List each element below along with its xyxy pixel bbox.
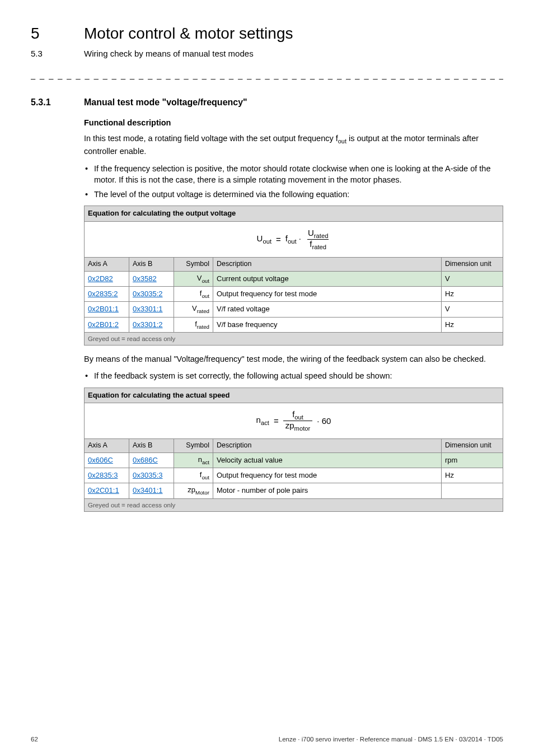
chapter-header: 5 Motor control & motor settings 5.3 Wir… <box>31 22 503 59</box>
footer-info: Lenze · i700 servo inverter · Reference … <box>279 735 503 744</box>
equation-cell: nact = fout zpmotor · 60 <box>85 403 503 439</box>
table-footnote: Greyed out = read access only <box>85 498 503 511</box>
param-link[interactable]: 0x2D82 <box>88 274 113 283</box>
text: In this test mode, a rotating field volt… <box>84 134 338 143</box>
functional-description-label: Functional description <box>84 117 503 128</box>
unit: V <box>442 271 503 286</box>
param-link[interactable]: 0x3401:1 <box>133 486 163 494</box>
divider: _ _ _ _ _ _ _ _ _ _ _ _ _ _ _ _ _ _ _ _ … <box>31 69 503 81</box>
eq-lhs: Uout <box>257 232 271 246</box>
col-header: Dimension unit <box>442 258 503 272</box>
eq-lhs: nact <box>256 414 269 428</box>
symbol: frated <box>174 317 213 332</box>
table-row: 0x606C 0x686C nact Velocity actual value… <box>85 452 503 468</box>
param-link[interactable]: 0x3301:2 <box>133 320 163 329</box>
subsection-number: 5.3.1 <box>31 96 84 109</box>
param-link[interactable]: 0x686C <box>133 456 158 464</box>
param-link[interactable]: 0x3301:1 <box>133 305 163 313</box>
eq-fraction: fout zpmotor <box>283 410 313 432</box>
param-link[interactable]: 0x2C01:1 <box>88 486 119 494</box>
param-link[interactable]: 0x2B01:2 <box>88 320 119 329</box>
unit: Hz <box>442 287 503 302</box>
table-title: Equation for calculating the actual spee… <box>85 388 503 403</box>
symbol: fout <box>174 468 213 483</box>
list-item: The level of the output voltage is deter… <box>94 189 503 200</box>
table-row: 0x2835:2 0x3035:2 fout Output frequency … <box>85 287 503 302</box>
eq-tail: · 60 <box>317 415 331 427</box>
list-item: If the feedback system is set correctly,… <box>94 370 503 381</box>
table-row: 0x2B01:1 0x3301:1 Vrated V/f rated volta… <box>85 302 503 317</box>
symbol: nact <box>174 452 213 468</box>
equation-table-speed: Equation for calculating the actual spee… <box>84 388 503 512</box>
unit: Hz <box>442 317 503 332</box>
desc: Velocity actual value <box>213 452 442 468</box>
col-header: Axis B <box>129 439 174 453</box>
param-link[interactable]: 0x3035:2 <box>133 290 163 298</box>
eq-mid: fout · <box>285 232 301 246</box>
table-row: 0x2B01:2 0x3301:2 frated V/f base freque… <box>85 317 503 332</box>
equation-table-voltage: Equation for calculating the output volt… <box>84 206 503 345</box>
desc: Output frequency for test mode <box>213 468 442 483</box>
param-link[interactable]: 0x3582 <box>133 274 157 283</box>
col-header: Symbol <box>174 439 213 453</box>
mid-paragraph: By means of the manual "Voltage/frequenc… <box>84 353 503 365</box>
eq-op: = <box>276 234 281 245</box>
col-header: Description <box>213 439 442 453</box>
col-header: Axis A <box>85 258 129 272</box>
chapter-number: 5 <box>31 22 84 44</box>
eq-num: Urated <box>306 228 331 239</box>
unit <box>442 483 503 498</box>
page-footer: 62 Lenze · i700 servo inverter · Referen… <box>31 735 503 744</box>
col-header: Symbol <box>174 258 213 272</box>
eq-num: fout <box>290 410 306 421</box>
eq-op: = <box>274 415 279 427</box>
param-link[interactable]: 0x2835:3 <box>88 471 118 479</box>
table-row: 0x2D82 0x3582 Vout Current output voltag… <box>85 271 503 286</box>
desc: Current output voltage <box>213 271 442 286</box>
intro-paragraph: In this test mode, a rotating field volt… <box>84 133 503 157</box>
section-number: 5.3 <box>31 48 84 59</box>
eq-fraction: Urated frated <box>306 228 331 251</box>
symbol: Vout <box>174 271 213 286</box>
param-link[interactable]: 0x2B01:1 <box>88 305 119 313</box>
col-header: Dimension unit <box>442 439 503 453</box>
unit: rpm <box>442 452 503 468</box>
text: out <box>338 138 346 144</box>
col-header: Description <box>213 258 442 272</box>
eq-den: frated <box>307 239 329 250</box>
section-title: Wiring check by means of manual test mod… <box>84 48 254 59</box>
subsection-header: 5.3.1 Manual test mode "voltage/frequenc… <box>31 96 503 109</box>
desc: Motor - number of pole pairs <box>213 483 442 498</box>
bullet-list: If the feedback system is set correctly,… <box>84 370 503 381</box>
table-title: Equation for calculating the output volt… <box>85 206 503 221</box>
col-header: Axis A <box>85 439 129 453</box>
table-row: 0x2C01:1 0x3401:1 zpMotor Motor - number… <box>85 483 503 498</box>
unit: V <box>442 302 503 317</box>
bullet-list: If the frequency selection is positive, … <box>84 163 503 200</box>
param-link[interactable]: 0x2835:2 <box>88 290 118 298</box>
symbol: zpMotor <box>174 483 213 498</box>
table-footnote: Greyed out = read access only <box>85 332 503 345</box>
param-link[interactable]: 0x3035:3 <box>133 471 163 479</box>
equation-cell: Uout = fout · Urated frated <box>85 221 503 258</box>
desc: Output frequency for test mode <box>213 287 442 302</box>
col-header: Axis B <box>129 258 174 272</box>
table-row: 0x2835:3 0x3035:3 fout Output frequency … <box>85 468 503 483</box>
unit: Hz <box>442 468 503 483</box>
subsection-title: Manual test mode "voltage/frequency" <box>84 96 247 109</box>
list-item: If the frequency selection is positive, … <box>94 163 503 186</box>
symbol: Vrated <box>174 302 213 317</box>
eq-den: zpmotor <box>283 421 313 432</box>
chapter-title: Motor control & motor settings <box>84 22 293 44</box>
desc: V/f rated voltage <box>213 302 442 317</box>
desc: V/f base frequency <box>213 317 442 332</box>
page-number: 62 <box>31 735 38 744</box>
symbol: fout <box>174 287 213 302</box>
param-link[interactable]: 0x606C <box>88 456 113 464</box>
